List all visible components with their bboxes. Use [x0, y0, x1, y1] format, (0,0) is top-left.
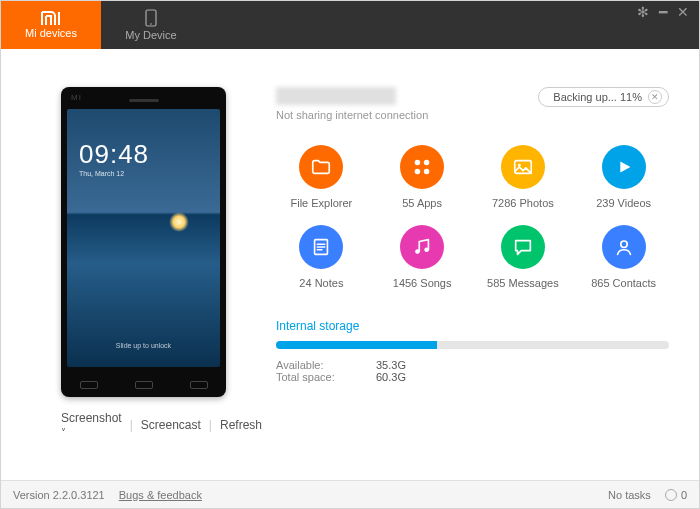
category-note[interactable]: 24 Notes	[276, 225, 367, 289]
device-preview-pane: MI 09:48 Thu, March 12 Slide up to unloc…	[61, 87, 246, 439]
category-photo[interactable]: 7286 Photos	[478, 145, 569, 209]
storage-bar	[276, 341, 669, 349]
device-header: Not sharing internet connection Backing …	[276, 87, 669, 121]
tab-label: My Device	[125, 29, 176, 41]
sharing-status: Not sharing internet connection	[276, 109, 428, 121]
category-play[interactable]: 239 Videos	[578, 145, 669, 209]
backup-status-pill[interactable]: Backing up... 11% ✕	[538, 87, 669, 107]
tab-label: Mi devices	[25, 27, 77, 39]
svg-point-5	[424, 169, 430, 175]
screenshot-button[interactable]: Screenshot ˅	[61, 411, 122, 439]
phone-icon	[145, 9, 157, 27]
category-label: 585 Messages	[487, 277, 559, 289]
storage-section: Internal storage Available:35.3G Total s…	[276, 319, 669, 383]
available-value: 35.3G	[376, 359, 406, 371]
minimize-button[interactable]: ━	[659, 4, 667, 20]
category-label: 239 Videos	[596, 197, 651, 209]
category-label: 55 Apps	[402, 197, 442, 209]
category-label: 1456 Songs	[393, 277, 452, 289]
svg-point-2	[415, 160, 421, 166]
tab-my-device[interactable]: My Device	[101, 1, 201, 49]
task-count[interactable]: 0	[665, 489, 687, 501]
tab-mi-devices[interactable]: Mi devices	[1, 1, 101, 49]
screencast-button[interactable]: Screencast	[141, 418, 201, 432]
category-label: 865 Contacts	[591, 277, 656, 289]
lock-date: Thu, March 12	[79, 170, 149, 177]
category-label: 7286 Photos	[492, 197, 554, 209]
phone-nav-buttons	[61, 381, 226, 389]
lock-clock: 09:48 Thu, March 12	[79, 139, 149, 177]
storage-bar-fill	[276, 341, 437, 349]
category-message[interactable]: 585 Messages	[478, 225, 569, 289]
category-music[interactable]: 1456 Songs	[377, 225, 468, 289]
svg-point-11	[620, 241, 626, 247]
apps-icon	[400, 145, 444, 189]
refresh-button[interactable]: Refresh	[220, 418, 262, 432]
svg-point-9	[415, 249, 420, 254]
message-icon	[501, 225, 545, 269]
category-folder[interactable]: File Explorer	[276, 145, 367, 209]
phone-speaker	[129, 99, 159, 102]
category-label: 24 Notes	[299, 277, 343, 289]
category-label: File Explorer	[291, 197, 353, 209]
title-bar: Mi devices My Device ✻ ━ ✕	[1, 1, 699, 49]
storage-details: Available:35.3G Total space:60.3G	[276, 359, 669, 383]
chevron-down-icon: ˅	[61, 427, 66, 438]
cancel-backup-button[interactable]: ✕	[648, 90, 662, 104]
task-count-icon	[665, 489, 677, 501]
storage-title: Internal storage	[276, 319, 669, 333]
note-icon	[299, 225, 343, 269]
backup-status-text: Backing up... 11%	[553, 91, 642, 103]
svg-point-3	[424, 160, 430, 166]
close-button[interactable]: ✕	[677, 4, 689, 20]
svg-point-1	[150, 23, 152, 25]
status-bar: Version 2.2.0.3121 Bugs & feedback No ta…	[1, 480, 699, 508]
contact-icon	[602, 225, 646, 269]
photo-icon	[501, 145, 545, 189]
phone-brand: MI	[71, 93, 82, 102]
svg-point-4	[415, 169, 421, 175]
window-controls: ✻ ━ ✕	[637, 1, 689, 23]
lock-time: 09:48	[79, 139, 149, 170]
bugs-feedback-link[interactable]: Bugs & feedback	[119, 489, 202, 501]
tasks-label[interactable]: No tasks	[608, 489, 651, 501]
phone-screen: 09:48 Thu, March 12 Slide up to unlock	[67, 109, 220, 367]
svg-point-10	[424, 247, 429, 252]
music-icon	[400, 225, 444, 269]
available-label: Available:	[276, 359, 346, 371]
svg-point-7	[518, 164, 521, 167]
total-label: Total space:	[276, 371, 346, 383]
mi-logo-icon	[41, 11, 61, 25]
play-icon	[602, 145, 646, 189]
category-apps[interactable]: 55 Apps	[377, 145, 468, 209]
category-contact[interactable]: 865 Contacts	[578, 225, 669, 289]
category-grid: File Explorer55 Apps7286 Photos239 Video…	[276, 145, 669, 289]
device-info-pane: Not sharing internet connection Backing …	[276, 87, 669, 439]
task-count-value: 0	[681, 489, 687, 501]
main-content: MI 09:48 Thu, March 12 Slide up to unloc…	[1, 49, 699, 439]
total-value: 60.3G	[376, 371, 406, 383]
version-label: Version 2.2.0.3121	[13, 489, 105, 501]
folder-icon	[299, 145, 343, 189]
unlock-hint: Slide up to unlock	[67, 342, 220, 349]
settings-icon[interactable]: ✻	[637, 4, 649, 20]
preview-actions: Screenshot ˅ | Screencast | Refresh	[61, 411, 246, 439]
phone-mockup: MI 09:48 Thu, March 12 Slide up to unloc…	[61, 87, 226, 397]
device-name	[276, 87, 396, 105]
